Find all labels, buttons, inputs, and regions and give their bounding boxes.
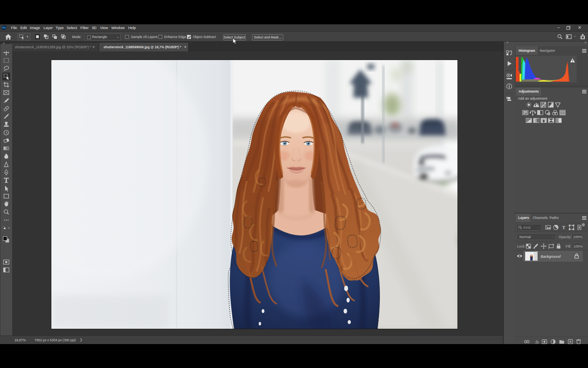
svg-text:T: T — [562, 224, 566, 230]
